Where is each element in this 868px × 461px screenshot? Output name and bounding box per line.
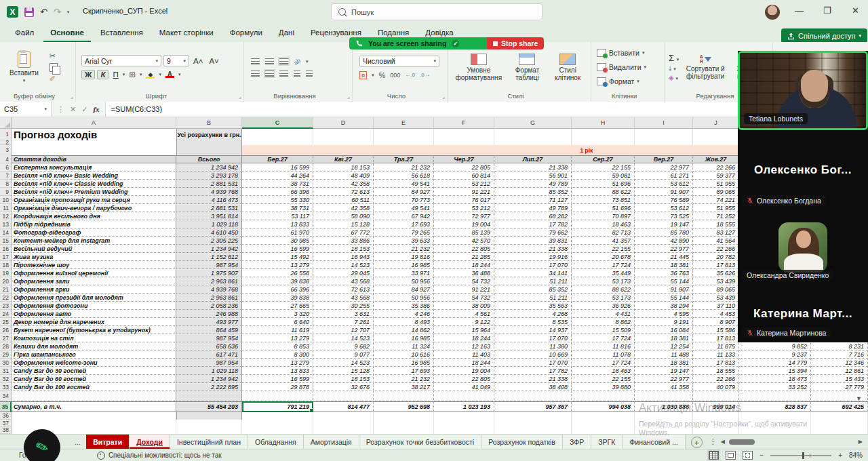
month-value[interactable]: 50 956 [374, 294, 434, 302]
month-value[interactable]: 59 377 [693, 172, 739, 180]
sum-month-value[interactable]: 814 477 [313, 401, 374, 412]
accounting-format-icon[interactable]: ¤ [359, 71, 367, 79]
menu-tab[interactable]: Файл [8, 26, 41, 42]
month-value[interactable]: 17 813 [693, 359, 739, 367]
month-value[interactable]: 18 244 [434, 359, 494, 367]
cell[interactable] [635, 412, 693, 420]
row-header[interactable]: 32 [0, 375, 12, 383]
month-value[interactable]: 18 473 [739, 375, 811, 383]
selected-cell[interactable]: 791 219 [242, 401, 313, 412]
month-value[interactable]: 85 352 [494, 188, 572, 196]
cell[interactable] [635, 427, 693, 435]
month-value[interactable]: 55 144 [635, 294, 693, 302]
month-value[interactable]: 84 927 [374, 285, 434, 294]
month-value[interactable]: 38 731 [242, 204, 313, 212]
clear-icon[interactable]: ◈ ▾ [669, 74, 679, 81]
align-top-icon[interactable] [251, 58, 260, 64]
cell[interactable] [572, 427, 635, 435]
month-value[interactable]: 16 599 [242, 375, 313, 383]
month-value[interactable]: 61 970 [242, 228, 313, 237]
insert-function-icon[interactable]: fx [93, 105, 99, 113]
month-value[interactable]: 17 813 [693, 334, 739, 342]
month-value[interactable]: 19 916 [494, 253, 572, 261]
total-value[interactable]: 2 881 531 [176, 204, 242, 212]
month-value[interactable]: 50 956 [374, 277, 434, 285]
month-value[interactable]: 18 463 [572, 220, 635, 228]
month-value[interactable]: 38 294 [635, 302, 693, 310]
row-header[interactable]: 23 [0, 302, 12, 310]
month-value[interactable]: 76 017 [434, 196, 494, 204]
month-value[interactable]: 7 261 [313, 318, 374, 326]
income-item-label[interactable]: Організація пропозиції руки та серця [12, 196, 176, 204]
total-value[interactable]: 4 939 768 [176, 285, 242, 294]
month-value[interactable]: 11 380 [494, 342, 572, 350]
format-cells-button[interactable]: Формат▾ [597, 75, 639, 87]
cell[interactable] [572, 129, 635, 140]
month-value[interactable]: 67 942 [374, 212, 434, 220]
month-value[interactable]: 37 110 [693, 302, 739, 310]
income-item-label[interactable]: Оформлення виїзної церемонії [12, 269, 176, 277]
cell[interactable] [811, 412, 868, 420]
month-value[interactable]: 8 493 [374, 318, 434, 326]
month-value[interactable]: 38 009 [434, 302, 494, 310]
income-item-label[interactable]: Весілля «під ключ» Classic Wedding [12, 180, 176, 188]
scroll-down-icon[interactable]: ▼ [856, 395, 862, 402]
sum-month-value[interactable]: 952 698 [374, 401, 434, 412]
month-value[interactable]: 11 875 [693, 342, 739, 350]
cancel-entry-icon[interactable]: ✕ [70, 105, 76, 114]
row-header[interactable]: 12 [0, 212, 12, 220]
sum-month-value[interactable]: 692 425 [811, 401, 868, 412]
month-value[interactable]: 36 926 [572, 302, 635, 310]
cell[interactable] [693, 412, 739, 420]
month-value[interactable]: 54 732 [434, 277, 494, 285]
total-value[interactable]: 2 222 895 [176, 383, 242, 391]
month-value[interactable]: 39 838 [242, 277, 313, 285]
income-item-label[interactable]: Оформлення welcome-зони [12, 359, 176, 367]
month-value[interactable]: 26 558 [242, 269, 313, 277]
hscroll-left-icon[interactable]: ◀ [721, 439, 725, 445]
month-value[interactable]: 51 955 [693, 180, 739, 188]
cell[interactable] [693, 427, 739, 435]
cell[interactable] [434, 129, 494, 140]
cell[interactable] [693, 129, 739, 140]
total-value[interactable]: 1 234 942 [176, 245, 242, 253]
cell[interactable] [434, 412, 494, 420]
income-item-label[interactable]: Оформлення президії для молодят [12, 294, 176, 302]
cell[interactable] [12, 145, 176, 155]
cell[interactable] [313, 427, 374, 435]
cell[interactable] [434, 420, 494, 427]
month-value[interactable]: 89 065 [693, 285, 739, 294]
row-header[interactable]: 14 [0, 228, 12, 237]
alignment-dialog-launcher-icon[interactable]: ⌟ [347, 94, 350, 100]
underline-button[interactable]: П [111, 71, 120, 79]
month-value[interactable]: 51 211 [494, 277, 572, 285]
total-value[interactable]: 1 152 612 [176, 253, 242, 261]
month-value[interactable]: 34 141 [494, 269, 572, 277]
month-value[interactable]: 29 045 [313, 269, 374, 277]
row-header[interactable]: 13 [0, 220, 12, 228]
month-value[interactable]: 38 408 [494, 383, 572, 391]
month-value[interactable]: 15 394 [739, 367, 811, 375]
month-value[interactable]: 11 816 [572, 342, 635, 350]
month-value[interactable]: 49 541 [374, 180, 434, 188]
month-value[interactable]: 22 977 [635, 375, 693, 383]
cell[interactable] [739, 391, 811, 401]
cut-icon[interactable]: ✂ [50, 52, 58, 60]
month-value[interactable]: 29 878 [242, 383, 313, 391]
row-header[interactable]: 4 [0, 155, 12, 163]
income-item-label[interactable]: Весілля «під ключ» Premium Wedding [12, 188, 176, 196]
sum-month-value[interactable]: 828 837 [739, 401, 811, 412]
cell[interactable] [242, 412, 313, 420]
income-item-label[interactable]: Декор номерів для наречених [12, 318, 176, 326]
month-value[interactable]: 22 805 [434, 245, 494, 253]
month-value[interactable]: 16 599 [242, 163, 313, 172]
month-value[interactable]: 33 971 [374, 269, 434, 277]
total-value[interactable]: 987 954 [176, 334, 242, 342]
increase-indent-icon[interactable] [306, 71, 313, 77]
income-item-label[interactable]: Організація дівич-вечора / парубочого [12, 204, 176, 212]
month-value[interactable]: 41 358 [635, 383, 693, 391]
close-button[interactable]: ✕ [852, 5, 859, 16]
column-header[interactable]: H [572, 117, 635, 129]
income-item-label[interactable]: Контент-мейкер для Instagram [12, 237, 176, 245]
month-value[interactable]: 9 237 [739, 350, 811, 359]
